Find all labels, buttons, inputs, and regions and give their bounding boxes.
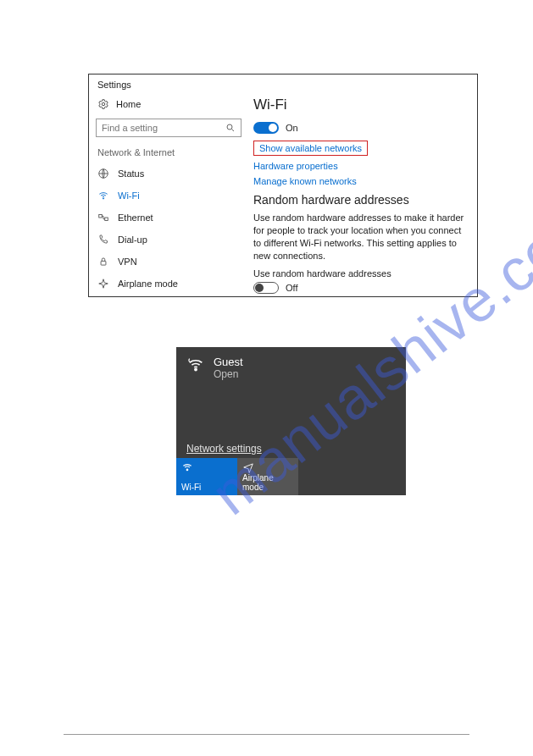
nav-label: Status	[118, 168, 144, 179]
wifi-open-icon	[186, 356, 205, 374]
search-input[interactable]	[96, 119, 242, 137]
settings-window: Settings Home Network & Internet Status …	[88, 74, 478, 297]
network-name: Guest	[214, 356, 243, 368]
nav-ethernet[interactable]: Ethernet	[94, 207, 243, 229]
show-available-highlight: Show available networks	[253, 141, 368, 156]
svg-point-0	[102, 102, 105, 106]
tile-airplane[interactable]: Airplane mode	[237, 458, 298, 495]
settings-sidebar: Home Network & Internet Status Wi-Fi Eth…	[89, 91, 250, 295]
wifi-toggle[interactable]	[253, 122, 279, 134]
nav-label: Ethernet	[118, 212, 153, 223]
hardware-properties-link[interactable]: Hardware properties	[253, 161, 470, 171]
page-footer-rule	[64, 734, 469, 735]
svg-line-2	[232, 130, 235, 132]
svg-point-8	[195, 368, 197, 370]
page-title: Wi-Fi	[253, 97, 470, 113]
svg-rect-6	[105, 218, 108, 221]
network-settings-link[interactable]: Network settings	[186, 443, 262, 455]
nav-label: VPN	[118, 257, 137, 267]
rha-description: Use random hardware addresses to make it…	[253, 212, 470, 262]
nav-label: Wi-Fi	[118, 190, 140, 201]
settings-content: Wi-Fi On Show available networks Hardwar…	[250, 91, 477, 295]
svg-rect-7	[101, 261, 106, 265]
rha-toggle-label: Off	[286, 283, 297, 293]
vpn-icon	[97, 256, 109, 268]
home-button[interactable]: Home	[94, 95, 243, 117]
network-status: Open	[214, 368, 243, 380]
airplane-icon	[242, 461, 254, 473]
tile-label: Wi-Fi	[181, 483, 232, 492]
wifi-toggle-label: On	[286, 123, 298, 133]
globe-icon	[97, 168, 109, 179]
network-flyout: Guest Open Network settings Wi-Fi Airpla…	[176, 347, 406, 495]
gear-icon	[97, 98, 109, 110]
wifi-icon	[97, 190, 109, 201]
dialup-icon	[97, 234, 109, 246]
airplane-icon	[97, 278, 109, 290]
rha-toggle-title: Use random hardware addresses	[253, 268, 470, 279]
svg-point-4	[103, 198, 103, 199]
nav-dialup[interactable]: Dial-up	[94, 229, 243, 251]
network-item-guest[interactable]: Guest Open	[176, 347, 406, 385]
nav-label: Dial-up	[118, 235, 147, 245]
search-icon	[225, 123, 236, 133]
ethernet-icon	[97, 212, 109, 223]
nav-airplane[interactable]: Airplane mode	[94, 273, 243, 295]
svg-point-1	[227, 124, 232, 130]
rha-heading: Random hardware addresses	[253, 193, 470, 207]
section-label: Network & Internet	[94, 142, 243, 163]
nav-vpn[interactable]: VPN	[94, 251, 243, 273]
show-available-networks-link[interactable]: Show available networks	[259, 143, 362, 153]
svg-point-9	[186, 469, 188, 471]
rha-toggle[interactable]	[253, 282, 279, 294]
nav-status[interactable]: Status	[94, 163, 243, 185]
nav-wifi[interactable]: Wi-Fi	[94, 185, 243, 207]
tile-wifi[interactable]: Wi-Fi	[176, 458, 237, 495]
home-label: Home	[116, 99, 141, 109]
wifi-icon	[181, 461, 193, 473]
nav-label: Airplane mode	[118, 279, 178, 289]
search-field[interactable]	[102, 123, 225, 133]
window-title: Settings	[89, 74, 477, 91]
quick-action-tiles: Wi-Fi Airplane mode	[176, 458, 298, 495]
tile-label: Airplane mode	[242, 473, 293, 492]
svg-rect-5	[99, 215, 103, 218]
manage-known-networks-link[interactable]: Manage known networks	[253, 176, 470, 186]
